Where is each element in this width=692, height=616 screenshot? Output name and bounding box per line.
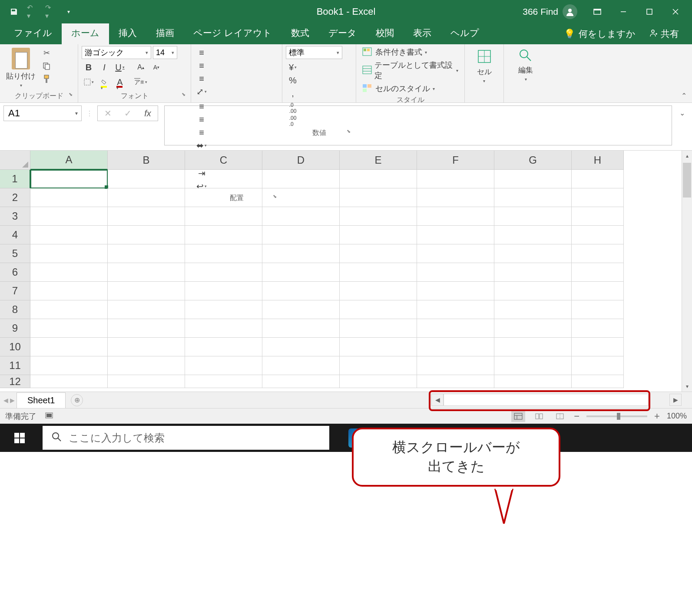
- cell[interactable]: [262, 282, 340, 300]
- page-layout-view-button[interactable]: [532, 411, 546, 422]
- editing-button[interactable]: 編集 ▾: [515, 46, 536, 83]
- cell[interactable]: [108, 375, 185, 388]
- cell[interactable]: [572, 300, 624, 319]
- cell[interactable]: [262, 263, 340, 282]
- cell[interactable]: [572, 319, 624, 338]
- tab-review[interactable]: 校閲: [366, 22, 404, 44]
- cell[interactable]: [108, 226, 185, 244]
- redo-icon[interactable]: ↷ ▾: [45, 7, 56, 17]
- enter-formula-button[interactable]: ✓: [118, 106, 138, 121]
- cell[interactable]: [340, 207, 417, 226]
- cell[interactable]: [262, 244, 340, 263]
- scroll-right-button[interactable]: ▶: [669, 394, 682, 406]
- row-header-5[interactable]: 5: [0, 244, 30, 263]
- tab-insert[interactable]: 挿入: [109, 22, 146, 44]
- decrease-decimal-button[interactable]: .00.0: [286, 115, 300, 128]
- collapse-ribbon-button[interactable]: ⌃: [681, 92, 687, 100]
- cell[interactable]: [494, 207, 572, 226]
- cell[interactable]: [185, 244, 262, 263]
- row-header-10[interactable]: 10: [0, 338, 30, 356]
- cell[interactable]: [185, 188, 262, 207]
- scroll-left-button[interactable]: ◀: [431, 394, 444, 406]
- cell[interactable]: [417, 226, 494, 244]
- cell[interactable]: [262, 338, 340, 356]
- cell[interactable]: [108, 170, 185, 188]
- cell[interactable]: [108, 338, 185, 356]
- row-header-4[interactable]: 4: [0, 226, 30, 244]
- comma-button[interactable]: ,: [286, 87, 300, 100]
- cell[interactable]: [30, 226, 108, 244]
- cell[interactable]: [262, 226, 340, 244]
- cell[interactable]: [340, 300, 417, 319]
- select-all-button[interactable]: [0, 151, 30, 170]
- copy-icon[interactable]: [41, 61, 52, 71]
- cell[interactable]: [262, 188, 340, 207]
- phonetic-button[interactable]: ア亜: [134, 76, 148, 89]
- maximize-button[interactable]: [636, 0, 662, 23]
- start-button[interactable]: [0, 424, 39, 452]
- insert-function-button[interactable]: fx: [138, 106, 158, 121]
- minimize-button[interactable]: [610, 0, 636, 23]
- percent-button[interactable]: %: [286, 74, 300, 87]
- zoom-in-button[interactable]: +: [654, 411, 660, 422]
- cell[interactable]: [108, 244, 185, 263]
- close-button[interactable]: [662, 0, 689, 23]
- cell[interactable]: [494, 319, 572, 338]
- tab-pagelayout[interactable]: ページ レイアウト: [184, 22, 281, 44]
- tab-help[interactable]: ヘルプ: [441, 22, 489, 44]
- add-sheet-button[interactable]: ⊕: [71, 394, 83, 406]
- cell[interactable]: [494, 356, 572, 375]
- cell[interactable]: [30, 263, 108, 282]
- column-header-h[interactable]: H: [572, 151, 624, 170]
- cell[interactable]: [572, 356, 624, 375]
- cell[interactable]: [340, 188, 417, 207]
- cell[interactable]: [340, 375, 417, 388]
- cell[interactable]: [262, 375, 340, 388]
- number-group-label[interactable]: 数値: [286, 128, 352, 138]
- cell[interactable]: [30, 188, 108, 207]
- tab-file[interactable]: ファイル: [4, 22, 62, 44]
- cells-button[interactable]: セル ▾: [473, 46, 496, 85]
- cell[interactable]: [262, 300, 340, 319]
- orientation-button[interactable]: ⤢: [195, 85, 209, 98]
- cell[interactable]: [108, 356, 185, 375]
- zoom-out-button[interactable]: −: [574, 411, 579, 422]
- cell[interactable]: [572, 188, 624, 207]
- cell[interactable]: [572, 263, 624, 282]
- cell[interactable]: [30, 356, 108, 375]
- decrease-font-button[interactable]: A▾: [149, 61, 163, 74]
- clipboard-group-label[interactable]: クリップボード: [3, 91, 74, 102]
- fill-color-button[interactable]: [97, 76, 111, 89]
- zoom-level[interactable]: 100%: [667, 412, 687, 421]
- align-bottom-button[interactable]: ≡: [195, 72, 209, 85]
- cell[interactable]: [185, 170, 262, 188]
- cell[interactable]: [185, 263, 262, 282]
- merge-button[interactable]: ⬌: [195, 139, 209, 152]
- column-header-b[interactable]: B: [108, 151, 185, 170]
- cell[interactable]: [30, 244, 108, 263]
- cell[interactable]: [30, 300, 108, 319]
- cell[interactable]: [185, 300, 262, 319]
- cell[interactable]: [262, 170, 340, 188]
- cell[interactable]: [417, 338, 494, 356]
- cell[interactable]: [340, 282, 417, 300]
- normal-view-button[interactable]: [511, 411, 525, 422]
- font-size-combo[interactable]: 14: [153, 46, 177, 59]
- cell[interactable]: [494, 282, 572, 300]
- column-header-d[interactable]: D: [262, 151, 340, 170]
- column-header-g[interactable]: G: [494, 151, 572, 170]
- cell[interactable]: [417, 244, 494, 263]
- scroll-down-button[interactable]: ▾: [682, 381, 692, 392]
- cell[interactable]: [494, 338, 572, 356]
- column-header-a[interactable]: A: [30, 151, 108, 170]
- sheet-nav-prev[interactable]: ◀: [3, 397, 8, 404]
- cell[interactable]: [108, 207, 185, 226]
- paste-button[interactable]: 貼り付け ▾: [3, 46, 38, 89]
- cell[interactable]: [30, 170, 108, 188]
- tab-data[interactable]: データ: [319, 22, 366, 44]
- cell[interactable]: [572, 207, 624, 226]
- bold-button[interactable]: B: [82, 61, 96, 74]
- vertical-scroll-thumb[interactable]: [683, 163, 691, 198]
- cell[interactable]: [108, 188, 185, 207]
- row-header-11[interactable]: 11: [0, 356, 30, 375]
